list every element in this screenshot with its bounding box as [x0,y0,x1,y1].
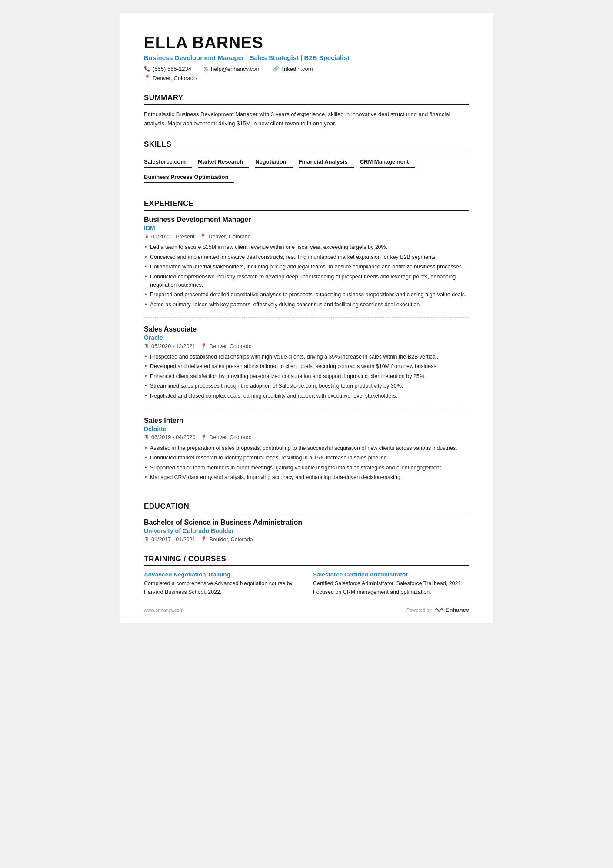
experience-list: Business Development ManagerIBM 🗓 01/202… [144,216,469,490]
job-company: Deloitte [144,426,469,432]
calendar-icon: 🗓 [144,343,150,349]
contact-row: 📞 (555) 555-1234 @ help@enhancv.com 🔗 li… [144,66,469,72]
edu-location: 📍 Boulder, Colorado [200,536,253,543]
location-icon: 📍 [200,434,207,441]
training-heading: TRAINING / COURSES [144,555,469,566]
job-date: 🗓 05/2020 - 12/2021 [144,343,195,349]
phone-number: (555) 555-1234 [153,66,191,72]
training-grid: Advanced Negotiation TrainingCompleted a… [144,571,469,597]
job-title: Business Development Manager [144,216,469,224]
list-item: Prospected and established relationships… [144,353,469,361]
linkedin-url: linkedin.com [281,66,313,72]
job-location: 📍 Denver, Colorado [200,343,251,349]
powered-by-label: Powered by [406,607,432,613]
job-location-text: Denver, Colorado [208,234,250,240]
training-item: Advanced Negotiation TrainingCompleted a… [144,571,300,597]
job-company: IBM [144,225,469,231]
job-meta: 🗓 01/2022 - Present 📍 Denver, Colorado [144,233,469,240]
experience-block: Sales AssociateOracle 🗓 05/2020 - 12/202… [144,325,469,409]
phone-icon: 📞 [144,66,150,72]
skill-item: Business Process Optimization [144,172,234,183]
job-meta: 🗓 05/2020 - 12/2021 📍 Denver, Colorado [144,343,469,349]
skill-item: Salesforce.com [144,157,192,168]
list-item: Conducted market research to identify po… [144,454,469,462]
education-block: Bachelor of Science in Business Administ… [144,519,469,543]
summary-section: SUMMARY Enthusiastic Business Developmen… [144,94,469,128]
skills-list: Salesforce.comMarket ResearchNegotiation… [144,157,469,187]
skill-item: CRM Management [360,157,415,168]
footer-powered-by: Powered by Enhancv [406,607,469,613]
calendar-icon: 🗓 [144,234,150,240]
enhancv-icon [434,607,444,613]
calendar-icon: 🗓 [144,536,150,543]
job-location: 📍 Denver, Colorado [200,233,250,240]
job-bullets: Assisted in the preparation of sales pro… [144,444,469,482]
skill-item: Negotiation [255,157,293,168]
location-icon: 📍 [200,536,207,543]
list-item: Supported senior team members in client … [144,464,469,472]
location-icon: 📍 [200,343,207,349]
education-heading: EDUCATION [144,502,469,513]
phone-item: 📞 (555) 555-1234 [144,66,191,72]
email-address: help@enhancv.com [211,66,260,72]
linkedin-item: 🔗 linkedin.com [273,66,313,72]
list-item: Assisted in the preparation of sales pro… [144,444,469,452]
education-section: EDUCATION Bachelor of Science in Busines… [144,502,469,543]
edu-degree: Bachelor of Science in Business Administ… [144,519,469,526]
skills-heading: SKILLS [144,140,469,151]
experience-block: Business Development ManagerIBM 🗓 01/202… [144,216,469,318]
edu-school: University of Colorado Boulder [144,527,469,534]
edu-date: 🗓 01/2017 - 01/2021 [144,536,195,543]
location-row: 📍 Denver, Colorado [144,75,469,81]
email-item: @ help@enhancv.com [203,66,260,72]
footer-website: www.enhancv.com [144,607,183,613]
location-icon: 📍 [200,233,207,240]
location-text: Denver, Colorado [153,75,197,81]
list-item: Collaborated with internal stakeholders,… [144,263,469,271]
job-date: 🗓 01/2022 - Present [144,234,194,240]
training-description: Certified Salesforce Administrator, Sale… [313,580,469,597]
candidate-title: Business Development Manager | Sales Str… [144,54,469,61]
job-location-text: Denver, Colorado [209,343,251,349]
list-item: Streamlined sales processes through the … [144,382,469,390]
training-title: Salesforce Certified Administrator [313,571,469,578]
list-item: Conceived and implemented innovative dea… [144,253,469,261]
job-location: 📍 Denver, Colorado [200,434,251,441]
experience-heading: EXPERIENCE [144,199,469,211]
enhancv-logo: Enhancv [434,607,469,613]
summary-heading: SUMMARY [144,94,469,105]
job-location-text: Denver, Colorado [209,434,251,440]
job-bullets: Prospected and established relationships… [144,353,469,400]
training-item: Salesforce Certified AdministratorCertif… [313,571,469,597]
training-title: Advanced Negotiation Training [144,571,300,578]
list-item: Negotiated and closed complex deals, ear… [144,392,469,400]
location-item: 📍 Denver, Colorado [144,75,197,81]
training-description: Completed a comprehensive Advanced Negot… [144,580,300,597]
list-item: Developed and delivered sales presentati… [144,362,469,371]
resume-page: ELLA BARNES Business Development Manager… [120,13,493,623]
job-date-range: 01/2022 - Present [151,234,194,240]
skill-item: Financial Analysis [299,157,354,168]
list-item: Acted as primary liaison with key partne… [144,301,469,309]
edu-meta: 🗓 01/2017 - 01/2021 📍 Boulder, Colorado [144,536,469,543]
header: ELLA BARNES Business Development Manager… [144,34,469,81]
list-item: Managed CRM data entry and analysis, imp… [144,473,469,482]
job-bullets: Led a team to secure $15M in new client … [144,243,469,309]
job-title: Sales Intern [144,417,469,425]
job-company: Oracle [144,334,469,341]
job-meta: 🗓 06/2019 - 04/2020 📍 Denver, Colorado [144,434,469,441]
job-date-range: 06/2019 - 04/2020 [151,434,195,440]
skill-item: Market Research [198,157,249,168]
email-icon: @ [203,66,209,72]
summary-text: Enthusiastic Business Development Manage… [144,110,469,128]
calendar-icon: 🗓 [144,434,150,440]
job-date: 🗓 06/2019 - 04/2020 [144,434,195,440]
footer: www.enhancv.com Powered by Enhancv [144,607,469,613]
training-section: TRAINING / COURSES Advanced Negotiation … [144,555,469,597]
job-date-range: 05/2020 - 12/2021 [151,343,195,349]
enhancv-brand-name: Enhancv [446,607,469,613]
link-icon: 🔗 [273,66,279,72]
candidate-name: ELLA BARNES [144,34,469,52]
list-item: Prepared and presented detailed quantita… [144,291,469,299]
job-title: Sales Associate [144,325,469,333]
